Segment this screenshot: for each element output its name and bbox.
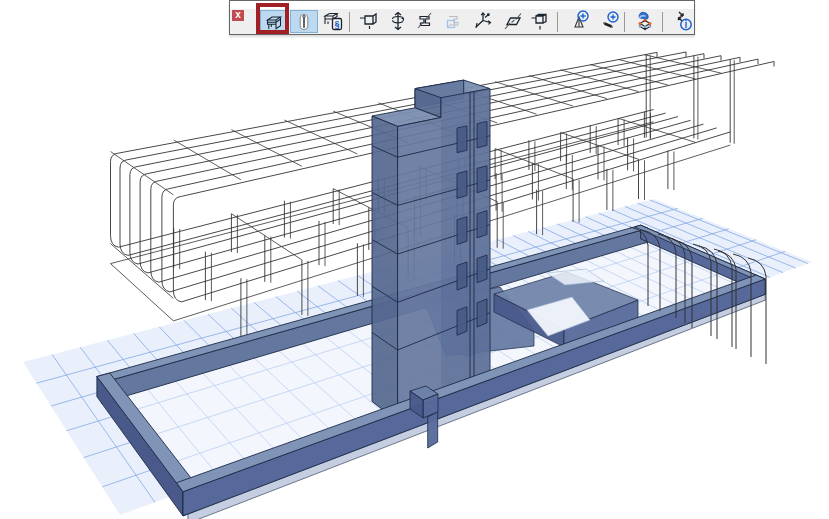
svg-text:i: i: [685, 19, 688, 30]
svg-text:§: §: [334, 19, 339, 29]
